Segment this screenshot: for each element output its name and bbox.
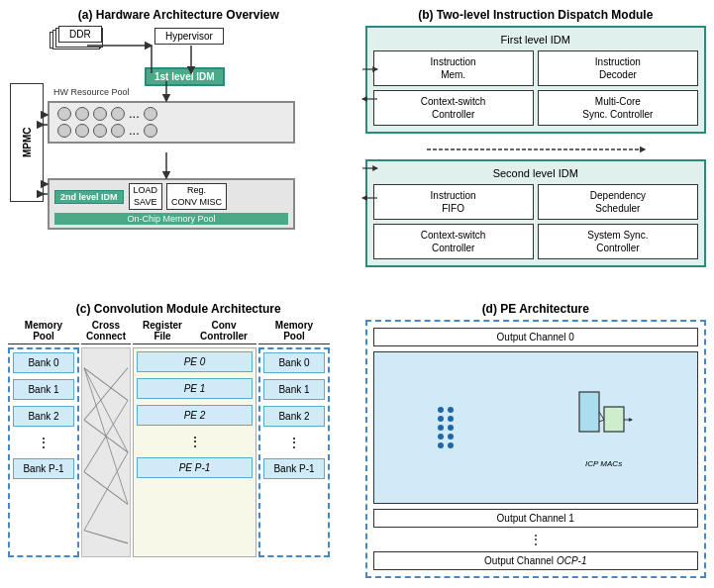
reg-conv-box: Reg.CONV MISC xyxy=(166,183,227,210)
load-save-reg-row: LOADSAVE Reg.CONV MISC xyxy=(129,183,228,210)
cross-connect-svg xyxy=(82,348,130,556)
cross-connect-col: CrossConnect xyxy=(81,320,131,557)
ddr-label: DDR xyxy=(58,26,102,43)
first-level-idm-box: First level IDM InstructionMem. Instruct… xyxy=(365,26,707,134)
icp-macs-label: ICP MACs xyxy=(585,459,622,468)
panel-c: (c) Convolution Module Architecture Memo… xyxy=(0,294,357,588)
svg-line-27 xyxy=(599,420,604,422)
output-channel-1-box: Output Channel 1 xyxy=(373,509,699,528)
output-ocp1-label: Output Channel OCP-1 xyxy=(484,555,586,566)
mpmc-box: MPMC xyxy=(10,83,44,202)
core-circle xyxy=(93,107,107,121)
dependency-scheduler-cell: DependencyScheduler xyxy=(538,184,698,220)
circle-row-2: ... xyxy=(57,124,285,138)
load-save-box: LOADSAVE xyxy=(129,183,163,210)
panel-c-title: (c) Convolution Module Architecture xyxy=(8,302,350,316)
hypervisor-box: Hypervisor xyxy=(154,28,224,45)
mac-dot xyxy=(448,442,454,448)
mac-svg xyxy=(574,387,634,456)
bank-2-right: Bank 2 xyxy=(263,406,325,427)
panel-d: (d) PE Architecture Output Channel 0 xyxy=(357,294,715,588)
main-diagram: (a) Hardware Architecture Overview DDR D… xyxy=(0,0,714,588)
core-circle xyxy=(93,124,107,138)
dots-left: ⋮ xyxy=(13,433,74,452)
pe-2: PE 2 xyxy=(137,405,253,426)
svg-line-18 xyxy=(84,368,128,421)
svg-line-21 xyxy=(84,472,128,505)
second-idm-row: 2nd level IDM LOADSAVE Reg.CONV MISC xyxy=(54,183,288,210)
mem-pool-right-col: MemoryPool Bank 0 Bank 1 Bank 2 ⋮ Bank P… xyxy=(258,320,330,557)
mac-dot xyxy=(448,416,454,422)
second-level-idm-box: Second level IDM InstructionFIFO Depende… xyxy=(365,159,707,267)
svg-line-20 xyxy=(84,401,128,472)
panel-a-arrows xyxy=(8,26,335,275)
svg-line-16 xyxy=(84,368,128,452)
pe-arch-container: Output Channel 0 xyxy=(365,320,707,578)
core-circle xyxy=(75,124,89,138)
second-idm-label: 2nd level IDM xyxy=(54,190,124,204)
mac-dot xyxy=(438,416,444,422)
dots-pe: ⋮ xyxy=(137,432,253,451)
bank-2-left: Bank 2 xyxy=(13,406,74,427)
mem-pool-left-header: MemoryPool xyxy=(8,320,79,344)
mem-pool-left-col: MemoryPool Bank 0 Bank 1 Bank 2 ⋮ Bank P… xyxy=(8,320,79,557)
svg-rect-25 xyxy=(604,407,624,432)
reg-conv-headers: RegisterFile ConvController xyxy=(133,320,256,344)
second-idm-grid: InstructionFIFO DependencyScheduler Cont… xyxy=(373,184,699,259)
second-idm-outer: 2nd level IDM LOADSAVE Reg.CONV MISC On-… xyxy=(48,178,295,230)
mac-dot xyxy=(448,407,454,413)
dot-grid xyxy=(438,407,455,448)
mac-dot xyxy=(448,425,454,431)
level-arrows xyxy=(365,142,707,157)
dots: ... xyxy=(129,124,140,138)
icp-macs-area: ICP MACs xyxy=(373,351,699,504)
dots: ... xyxy=(129,107,140,121)
bank-p1-left: Bank P-1 xyxy=(13,458,74,479)
cross-connect-area xyxy=(81,347,131,557)
cross-connect-header: CrossConnect xyxy=(81,320,131,344)
panel-b: (b) Two-level Instruction Dispatch Modul… xyxy=(357,0,715,294)
context-switch-ctrl-cell: Context-switchController xyxy=(373,90,534,126)
core-circle xyxy=(57,107,71,121)
panel-d-title: (d) PE Architecture xyxy=(365,302,707,316)
mac-dot xyxy=(438,407,444,413)
icp-dot-grid xyxy=(438,407,455,448)
system-sync-ctrl-cell: System Sync.Controller xyxy=(538,224,698,259)
context-switch-ctrl2-cell: Context-switchController xyxy=(373,224,534,259)
conv-ctrl-header: ConvController xyxy=(194,320,254,342)
panel-a: (a) Hardware Architecture Overview DDR D… xyxy=(0,0,357,294)
first-level-idm-title: First level IDM xyxy=(373,34,699,46)
first-idm-box: 1st level IDM xyxy=(145,67,225,86)
mem-pool-right-header: MemoryPool xyxy=(258,320,330,344)
panel-a-title: (a) Hardware Architecture Overview xyxy=(8,8,350,22)
hw-resource-label: HW Resource Pool xyxy=(53,87,130,97)
on-chip-label: On-Chip Memory Pool xyxy=(54,213,288,225)
multi-core-sync-cell: Multi-CoreSync. Controller xyxy=(538,90,698,126)
mac-dot xyxy=(438,425,444,431)
pe-p1: PE P-1 xyxy=(137,457,253,478)
mem-pool-right-dashed: Bank 0 Bank 1 Bank 2 ⋮ Bank P-1 xyxy=(258,347,330,557)
reg-conv-col: RegisterFile ConvController PE 0 PE 1 PE… xyxy=(133,320,256,557)
pe-container: PE 0 PE 1 PE 2 ⋮ PE P-1 xyxy=(133,347,256,557)
mac-dot xyxy=(448,434,454,440)
second-level-idm-title: Second level IDM xyxy=(373,167,699,179)
hw-resource-pool-box: ... ... xyxy=(48,101,295,144)
bank-1-right: Bank 1 xyxy=(263,379,325,400)
dots-right: ⋮ xyxy=(263,433,325,452)
svg-line-15 xyxy=(84,368,128,401)
core-circle xyxy=(57,124,71,138)
pe-0: PE 0 xyxy=(137,351,253,372)
instruction-decoder-cell: InstructionDecoder xyxy=(538,50,698,86)
bank-0-left: Bank 0 xyxy=(13,352,74,373)
core-circle xyxy=(144,124,157,138)
svg-line-23 xyxy=(84,531,128,543)
panel-b-title: (b) Two-level Instruction Dispatch Modul… xyxy=(365,8,707,22)
circle-row-1: ... xyxy=(57,107,285,121)
conv-layout: MemoryPool Bank 0 Bank 1 Bank 2 ⋮ Bank P… xyxy=(8,320,350,557)
bank-1-left: Bank 1 xyxy=(13,379,74,400)
bank-p1-right: Bank P-1 xyxy=(263,458,325,479)
bank-0-right: Bank 0 xyxy=(263,352,325,373)
mac-diagram: ICP MACs xyxy=(574,387,634,468)
core-circle xyxy=(75,107,89,121)
mac-dot xyxy=(438,442,444,448)
